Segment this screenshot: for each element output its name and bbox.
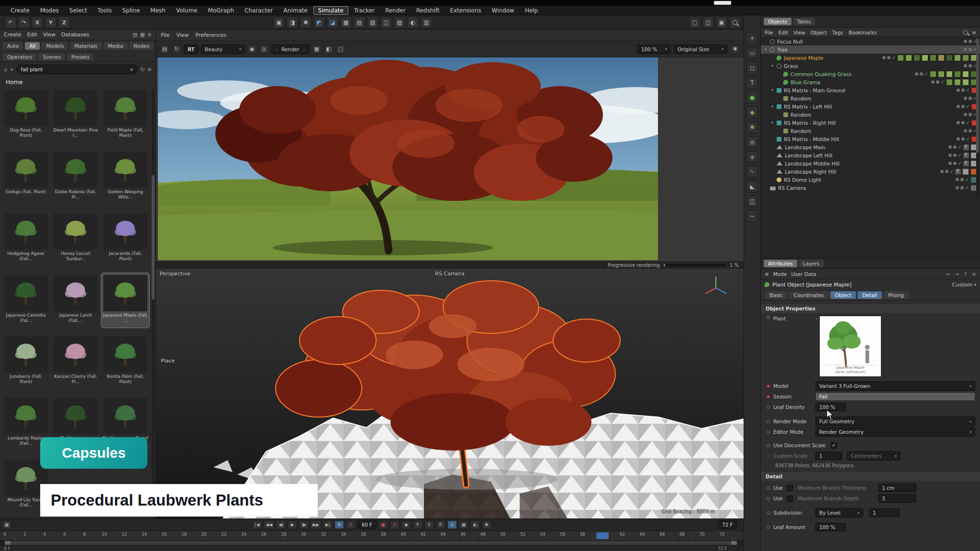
autokey-button[interactable]: A	[390, 520, 400, 529]
asset-menu-create[interactable]: Create	[4, 32, 22, 38]
asset-item[interactable]: Field Maple (Fall, Plant)	[101, 88, 149, 143]
asset-menu-edit[interactable]: Edit	[27, 32, 37, 38]
undo-icon[interactable]: ↶	[5, 17, 16, 28]
filter-tab-nodes[interactable]: Nodes	[129, 42, 154, 50]
visibility-dot[interactable]	[957, 105, 960, 108]
visibility-dot[interactable]	[961, 88, 965, 92]
material-chip[interactable]	[946, 55, 953, 61]
playback-mode-button[interactable]: ◐	[470, 520, 480, 529]
param-tab-basic[interactable]: Basic	[765, 291, 788, 299]
visibility-dot[interactable]	[953, 145, 957, 149]
viewport-filter-icon[interactable]: ▨	[394, 17, 405, 28]
grid-toggle-icon[interactable]: ▦	[312, 44, 322, 54]
material-chip[interactable]	[938, 55, 945, 61]
visibility-dot[interactable]	[960, 178, 964, 181]
expand-caret[interactable]: ▾	[771, 121, 777, 125]
object-row[interactable]: Random ✓	[761, 94, 980, 102]
visibility-dot[interactable]	[956, 178, 959, 181]
panel-tab-layers[interactable]: Layers	[799, 260, 824, 267]
object-row[interactable]: Random ✓	[761, 127, 980, 135]
visibility-dot[interactable]	[964, 48, 967, 51]
visibility-dot[interactable]	[961, 137, 965, 141]
range-start-handle[interactable]	[5, 541, 11, 545]
visibility-dot[interactable]	[945, 170, 948, 173]
goto-start-button[interactable]: |◀	[252, 520, 262, 529]
visibility-dot[interactable]	[969, 40, 972, 43]
material-chip[interactable]	[954, 79, 961, 86]
render-settings-icon[interactable]: ✱	[300, 17, 312, 28]
material-chip[interactable]	[922, 55, 928, 61]
visibility-dot[interactable]	[969, 97, 972, 100]
panel-tab-takes[interactable]: Takes	[793, 18, 815, 25]
visibility-dot[interactable]	[920, 72, 923, 76]
material-chip[interactable]	[930, 71, 936, 77]
visibility-dot[interactable]	[960, 186, 964, 189]
workplane-icon[interactable]: ▧	[367, 17, 379, 28]
enabled-check-icon[interactable]: ✓	[966, 88, 970, 93]
enabled-check-icon[interactable]: ✓	[941, 79, 945, 85]
menu-volume[interactable]: Volume	[171, 6, 202, 15]
filter-tab-models[interactable]: Models	[42, 42, 68, 50]
breadcrumb[interactable]: Home	[6, 79, 22, 86]
back-icon[interactable]: ←	[947, 271, 951, 277]
current-frame-field[interactable]: 60 F	[357, 520, 377, 529]
viewport-camera-label[interactable]: RS Camera	[435, 271, 464, 277]
quantize-icon[interactable]: ▤	[354, 17, 365, 28]
model-dropdown[interactable]: Variant 3 Full-Grown▾	[815, 381, 975, 391]
record-button[interactable]: ●	[379, 520, 388, 529]
enabled-check-icon[interactable]: ✓	[965, 185, 969, 190]
om-menu-edit[interactable]: Edit	[779, 30, 788, 35]
axis-x-button[interactable]: X	[32, 17, 43, 28]
layout-split-icon[interactable]: ◫	[702, 17, 714, 28]
search-icon[interactable]	[963, 30, 968, 35]
asset-item[interactable]: Honey Locust 'Sunbur...	[52, 211, 100, 266]
menu-icon[interactable]: ≡	[765, 271, 769, 277]
frame-tool-icon[interactable]: ▭	[746, 47, 758, 59]
next-frame-button[interactable]: |▶	[299, 520, 309, 529]
param-tab-object[interactable]: Object	[830, 291, 856, 299]
range-end-handle[interactable]	[731, 541, 737, 545]
object-row[interactable]: ▾ RS Matrix - Right Hill ✓	[761, 119, 980, 127]
menu-window[interactable]: Window	[487, 6, 519, 15]
param-dot[interactable]	[767, 406, 770, 409]
viewport-view-label[interactable]: Perspective	[160, 271, 190, 277]
fields-tag-icon[interactable]: F	[963, 153, 969, 158]
om-menu-view[interactable]: View	[793, 30, 805, 35]
param-dot[interactable]	[767, 444, 770, 447]
visibility-dot[interactable]	[964, 113, 967, 116]
render-mode-dropdown[interactable]: Full Geometry▾	[815, 417, 975, 426]
options-icon[interactable]: ≡	[147, 66, 152, 73]
enabled-check-icon[interactable]: ✓	[966, 120, 970, 125]
menu-simulate[interactable]: Simulate	[313, 6, 348, 15]
rotation-toggle[interactable]: R	[436, 520, 445, 529]
render-region-icon[interactable]: ◨	[287, 17, 298, 28]
visibility-dot[interactable]	[948, 162, 952, 165]
object-row[interactable]: Blue Grama ✓	[761, 78, 980, 86]
visibility-dot[interactable]	[969, 113, 972, 116]
size-mode-dropdown[interactable]: Original Size ▾	[674, 44, 727, 54]
object-row[interactable]: Focus Null ✓	[761, 37, 980, 45]
expand-caret[interactable]: ▾	[771, 88, 777, 92]
visibility-dot[interactable]	[948, 154, 952, 157]
asset-item[interactable]: Globe Robinia (Fall, Pl...	[52, 150, 100, 204]
material-chip[interactable]	[930, 55, 936, 61]
visibility-dot[interactable]	[969, 48, 972, 51]
asset-item[interactable]: Japanese Camellia (Fal...	[2, 273, 50, 328]
render-view-icon[interactable]: ▣	[273, 17, 285, 28]
rv-menu-preferences[interactable]: Preferences	[196, 32, 227, 38]
visibility-dot[interactable]	[964, 129, 967, 132]
om-menu-tags[interactable]: Tags	[832, 30, 843, 35]
leaf-amount-field[interactable]: 100 %	[815, 523, 846, 531]
filter-tab-auto[interactable]: Auto	[3, 42, 23, 50]
prev-keyframe-button[interactable]: ◀◀	[264, 520, 274, 529]
playhead[interactable]	[596, 532, 609, 539]
panel-menu-icon[interactable]: ≡	[147, 32, 152, 38]
asset-scrollbar[interactable]	[152, 89, 155, 515]
material-chip[interactable]	[905, 55, 912, 61]
frame-rate-button[interactable]: ✱	[482, 520, 491, 529]
render-selector[interactable]: ‹ Render ›	[271, 44, 310, 54]
param-dot[interactable]	[767, 430, 770, 434]
text-tool-icon[interactable]: T	[746, 77, 758, 88]
category-tab-scenes[interactable]: Scenes	[38, 53, 65, 61]
menu-character[interactable]: Character	[240, 6, 278, 15]
